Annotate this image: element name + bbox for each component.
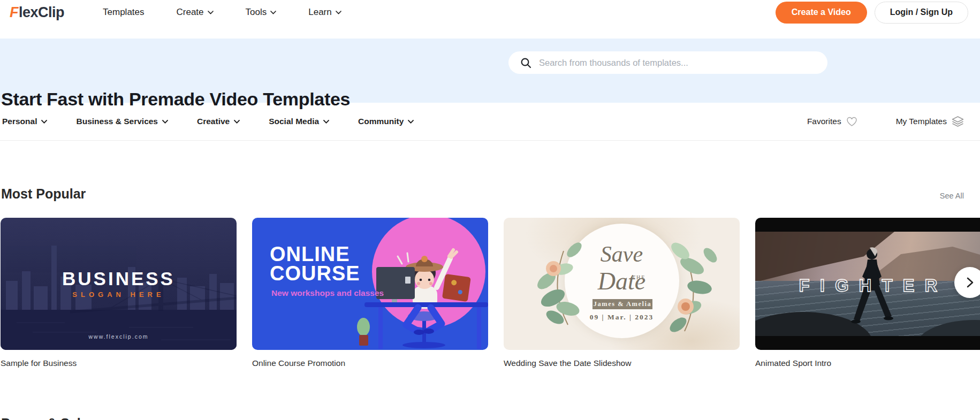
template-caption: Online Course Promotion [252, 358, 488, 368]
category-creative[interactable]: Creative [197, 117, 240, 126]
chevron-down-icon [408, 120, 414, 124]
most-popular-header: Most Popular See All [0, 186, 980, 202]
chevron-down-icon [336, 11, 341, 14]
chevron-down-icon [270, 11, 276, 14]
flexclip-logo[interactable]: FlexClip [10, 4, 64, 21]
heart-icon [846, 117, 857, 127]
search-icon [520, 57, 531, 68]
nav-item-learn[interactable]: Learn [308, 7, 341, 18]
category-business-services[interactable]: Business & Services [76, 117, 168, 126]
template-caption: Animated Sport Intro [755, 358, 980, 368]
logo-f: F [10, 4, 18, 21]
layers-icon [952, 116, 964, 127]
logo-text: lexClip [19, 4, 64, 21]
card-art-url: www.flexclip.com [1, 333, 237, 340]
nav-item-tools[interactable]: Tools [246, 7, 277, 18]
template-card-sport-intro[interactable]: FIGHTER [755, 218, 980, 350]
template-card-wedding[interactable]: Save THE Date James & Amelia 09 | Mar. |… [504, 218, 740, 350]
nav-item-templates[interactable]: Templates [103, 7, 144, 18]
create-a-video-button[interactable]: Create a Video [776, 2, 867, 24]
chevron-down-icon [208, 11, 214, 14]
page-title: Start Fast with Premade Video Templates [1, 89, 350, 110]
category-personal[interactable]: Personal [2, 117, 47, 126]
card-art-title: BUSINESS [1, 268, 237, 289]
card-art-title: FIGHTER [755, 276, 980, 296]
card-art-subtitle: SLOGAN HERE [1, 291, 237, 299]
template-card-business[interactable]: BUSINESS SLOGAN HERE www.flexclip.com [1, 218, 237, 350]
chevron-down-icon [162, 120, 168, 124]
favorites-link[interactable]: Favorites [807, 117, 857, 127]
see-all-link[interactable]: See All [940, 192, 964, 200]
template-search-bar[interactable] [508, 51, 827, 74]
card-art-date-word: Date [504, 267, 740, 295]
login-signup-button[interactable]: Login / Sign Up [875, 2, 968, 24]
nav-item-create[interactable]: Create [177, 7, 214, 18]
chevron-down-icon [41, 120, 47, 124]
wedding-date: 09 | Mar. | 2023 [504, 313, 740, 322]
template-card-online-course[interactable]: ONLINE COURSE New workshops and classes [252, 218, 488, 350]
next-section-title: Promo & Sales [1, 416, 95, 420]
chevron-right-icon [965, 277, 975, 288]
section-title: Most Popular [1, 186, 86, 202]
search-input[interactable] [539, 58, 818, 68]
card-art-save: Save [504, 241, 740, 267]
main-nav: Templates Create Tools Learn [103, 1, 341, 24]
top-navbar: FlexClip Templates Create Tools Learn Cr… [0, 0, 980, 39]
template-caption: Wedding Save the Date Slideshow [504, 358, 740, 368]
category-social-media[interactable]: Social Media [269, 117, 329, 126]
category-community[interactable]: Community [358, 117, 414, 126]
template-caption: Sample for Business [1, 358, 237, 368]
template-carousel: BUSINESS SLOGAN HERE www.flexclip.com Sa… [0, 218, 980, 368]
chevron-down-icon [323, 120, 329, 124]
card-art-subtitle: New workshops and classes [271, 288, 384, 298]
names-banner: James & Amelia [592, 299, 652, 309]
card-art-title: ONLINE COURSE [270, 245, 360, 283]
my-templates-link[interactable]: My Templates [896, 116, 964, 127]
hero-section: Start Fast with Premade Video Templates [0, 39, 980, 103]
chevron-down-icon [234, 120, 240, 124]
